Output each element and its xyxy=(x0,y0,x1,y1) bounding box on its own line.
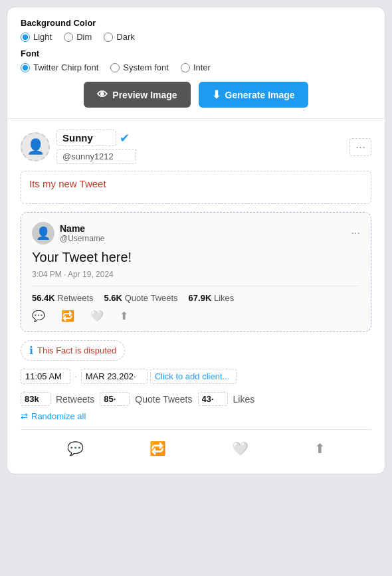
bg-color-label: Background Color xyxy=(21,18,371,28)
user-left: 👤 ✔ xyxy=(21,130,136,164)
quoted-user: 👤 Name @Username xyxy=(32,222,105,244)
like-icon[interactable]: 🤍 xyxy=(90,310,104,322)
avatar-icon: 👤 xyxy=(27,138,45,155)
quoted-stats: 56.4K Retweets 5.6K Quote Tweets 67.9K L… xyxy=(32,293,360,303)
quoted-retweets: 56.4K Retweets xyxy=(32,293,94,303)
font-label: Font xyxy=(21,48,371,58)
disputed-text: This Fact is disputed xyxy=(37,345,116,355)
user-row: 👤 ✔ ··· xyxy=(21,130,371,164)
stats-row: Retweets Quote Tweets Likes xyxy=(21,392,371,406)
verified-badge: ✔ xyxy=(120,131,130,145)
likes-label: Likes xyxy=(233,394,255,405)
font-chirp-option[interactable]: Twitter Chirp font xyxy=(21,62,98,72)
quoted-user-info: Name @Username xyxy=(60,223,105,243)
bg-dark-radio[interactable] xyxy=(104,33,113,42)
randomize-row: ⇄ Randomize all xyxy=(21,411,371,421)
bg-dim-radio[interactable] xyxy=(64,33,73,42)
quoted-likes: 67.9K Likes xyxy=(189,293,235,303)
retweets-input[interactable] xyxy=(21,392,50,406)
quoted-avatar-icon: 👤 xyxy=(36,226,50,240)
font-chirp-radio[interactable] xyxy=(21,63,30,72)
likes-input[interactable] xyxy=(198,392,228,406)
font-radio-group: Twitter Chirp font System font Inter xyxy=(21,62,371,72)
preview-label: Preview Image xyxy=(112,90,177,100)
bg-dim-label: Dim xyxy=(76,32,92,42)
bg-light-radio[interactable] xyxy=(21,33,30,42)
bg-dim-option[interactable]: Dim xyxy=(64,32,92,42)
main-container: Background Color Light Dim Dark Font xyxy=(7,7,385,474)
retweet-icon[interactable]: 🔁 xyxy=(61,310,74,322)
handle-input[interactable] xyxy=(56,149,136,164)
bg-radio-group: Light Dim Dark xyxy=(21,32,371,42)
date-input[interactable] xyxy=(81,369,147,384)
quoted-time: 3:04 PM · Apr 19, 2024 xyxy=(32,270,360,279)
user-info: ✔ xyxy=(56,130,136,164)
time-input[interactable] xyxy=(21,369,70,384)
client-input[interactable] xyxy=(150,369,237,384)
bg-dark-option[interactable]: Dark xyxy=(104,32,134,42)
quoted-header: 👤 Name @Username ··· xyxy=(32,222,360,244)
font-chirp-label: Twitter Chirp font xyxy=(33,62,98,72)
avatar[interactable]: 👤 xyxy=(21,132,50,161)
action-buttons: 👁 Preview Image ⬇ Generate Image xyxy=(21,82,371,108)
quoted-text: Your Tweet here! xyxy=(32,248,360,266)
preview-icon: 👁 xyxy=(97,89,108,101)
quoted-actions: 💬 🔁 🤍 ⬆ xyxy=(32,310,360,322)
generate-label: Generate Image xyxy=(225,90,295,100)
font-row: Font Twitter Chirp font System font Inte… xyxy=(21,48,371,72)
bottom-retweet-icon[interactable]: 🔁 xyxy=(149,440,166,456)
quoted-tweet: 👤 Name @Username ··· Your Tweet here! 3:… xyxy=(21,212,371,332)
font-inter-option[interactable]: Inter xyxy=(181,62,211,72)
bg-color-row: Background Color Light Dim Dark xyxy=(21,18,371,42)
bottom-share-icon[interactable]: ⬆ xyxy=(314,440,326,456)
tweet-editor: 👤 ✔ ··· Its my new Tweet 👤 xyxy=(7,119,385,474)
disputed-banner: ℹ This Fact is disputed xyxy=(21,340,125,361)
font-inter-label: Inter xyxy=(193,62,211,72)
bg-dark-label: Dark xyxy=(116,32,134,42)
bottom-reply-icon[interactable]: 💬 xyxy=(67,440,84,456)
bottom-divider xyxy=(21,429,371,430)
generate-button[interactable]: ⬇ Generate Image xyxy=(199,82,308,108)
quoted-more-icon: ··· xyxy=(351,227,360,239)
font-system-radio[interactable] xyxy=(110,63,120,72)
reply-icon[interactable]: 💬 xyxy=(32,310,45,322)
more-button[interactable]: ··· xyxy=(349,138,371,156)
share-icon[interactable]: ⬆ xyxy=(120,310,128,322)
font-system-label: System font xyxy=(123,62,169,72)
settings-panel: Background Color Light Dim Dark Font xyxy=(7,7,385,119)
generate-icon: ⬇ xyxy=(212,88,221,101)
randomize-label: Randomize all xyxy=(31,411,86,421)
name-input[interactable] xyxy=(56,130,116,146)
font-inter-radio[interactable] xyxy=(181,63,190,72)
font-system-option[interactable]: System font xyxy=(110,62,169,72)
bottom-like-icon[interactable]: 🤍 xyxy=(232,440,248,456)
dot-separator: · xyxy=(73,371,78,381)
username-wrap: ✔ xyxy=(56,130,136,146)
retweets-label: Retweets xyxy=(56,394,94,405)
bg-light-option[interactable]: Light xyxy=(21,32,52,42)
quoted-quote-tweets: 5.6K Quote Tweets xyxy=(104,293,178,303)
quote-tweets-input[interactable] xyxy=(100,392,130,406)
preview-button[interactable]: 👁 Preview Image xyxy=(84,82,190,108)
quoted-name: Name xyxy=(60,223,105,234)
randomize-button[interactable]: ⇄ Randomize all xyxy=(21,411,86,421)
bottom-actions: 💬 🔁 🤍 ⬆ xyxy=(21,434,371,463)
tweet-text[interactable]: Its my new Tweet xyxy=(21,171,371,204)
quote-tweets-label: Quote Tweets xyxy=(135,394,192,405)
quoted-divider xyxy=(32,286,360,286)
quoted-handle: @Username xyxy=(60,234,105,243)
randomize-icon: ⇄ xyxy=(21,411,28,421)
time-row: · xyxy=(21,369,371,384)
bg-light-label: Light xyxy=(33,32,52,42)
quoted-avatar: 👤 xyxy=(32,222,54,244)
disputed-icon: ℹ xyxy=(29,344,33,357)
